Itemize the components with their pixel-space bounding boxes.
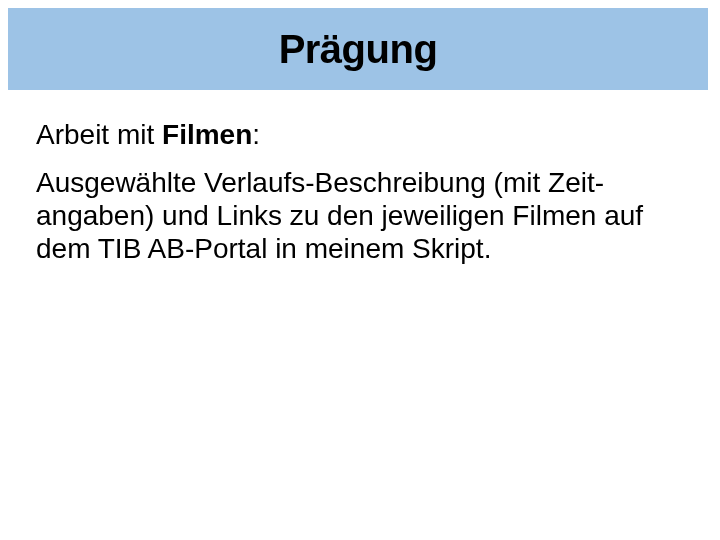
body-paragraph: Ausgewählte Verlaufs-Beschreibung (mit Z… [36,166,684,265]
subheading-suffix: : [252,119,260,150]
body-area: Arbeit mit Filmen: Ausgewählte Verlaufs-… [36,118,684,265]
subheading: Arbeit mit Filmen: [36,118,684,152]
slide-title: Prägung [279,27,438,72]
subheading-prefix: Arbeit mit [36,119,162,150]
slide: Prägung Arbeit mit Filmen: Ausgewählte V… [0,0,720,540]
subheading-emph: Filmen [162,119,252,150]
title-band: Prägung [8,8,708,90]
